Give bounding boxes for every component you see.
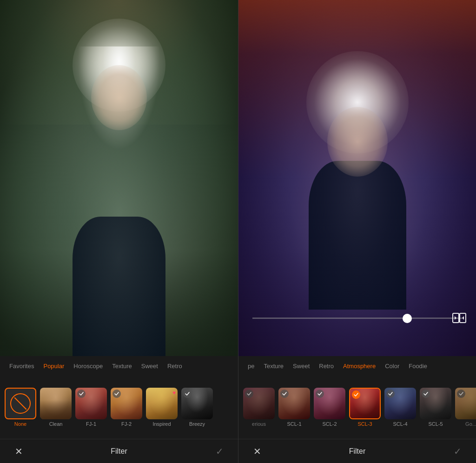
filter-fj2-label: FJ-2: [121, 421, 132, 427]
filter-scl5-label: SCL-5: [428, 421, 443, 427]
right-category-atmosphere[interactable]: Atmosphere: [338, 361, 380, 371]
right-panel: pe Texture Sweet Retro Atmosphere Color …: [238, 0, 476, 463]
filter-fj2-thumb: [111, 388, 142, 419]
right-filter-categories: pe Texture Sweet Retro Atmosphere Color …: [238, 356, 476, 375]
svg-marker-3: [455, 316, 456, 320]
right-filter-thumbnails: erious SCL-1: [238, 375, 476, 439]
left-cancel-button[interactable]: ✕: [11, 444, 26, 459]
body-right: [309, 161, 406, 310]
left-filter-thumbnails: None Clean: [0, 375, 238, 439]
right-action-bar: ✕ Filter ✓: [238, 439, 476, 463]
filter-inspired[interactable]: ♥ Inspired: [146, 388, 178, 427]
category-popular[interactable]: Popular: [39, 361, 69, 371]
right-cancel-button[interactable]: ✕: [250, 444, 264, 459]
filter-scl1-label: SCL-1: [287, 421, 301, 427]
category-retro[interactable]: Retro: [163, 361, 187, 371]
right-category-retro[interactable]: Retro: [314, 361, 338, 371]
filter-serious-check: [245, 390, 253, 398]
filter-breezy-thumb: [181, 388, 213, 419]
filter-scl3-check: [352, 390, 360, 399]
filter-scl2[interactable]: SCL-2: [314, 388, 345, 427]
right-filter-title: Filter: [349, 447, 366, 456]
svg-marker-4: [462, 316, 464, 320]
right-confirm-button[interactable]: ✓: [450, 444, 465, 459]
filter-scl4-check: [386, 390, 395, 398]
filter-fj1[interactable]: FJ-1: [75, 388, 107, 427]
filter-serious-thumb: [243, 388, 275, 419]
filter-breezy-check: [183, 390, 192, 398]
left-bottom-ui: Favorites Popular Horoscope Texture Swee…: [0, 356, 238, 463]
category-horoscope[interactable]: Horoscope: [69, 361, 107, 371]
filter-scl2-label: SCL-2: [322, 421, 337, 427]
right-category-foodie[interactable]: Foodie: [404, 361, 432, 371]
left-panel: Favorites Popular Horoscope Texture Swee…: [0, 0, 238, 463]
filter-scl3-label: SCL-3: [357, 421, 372, 427]
right-photo-area: [238, 0, 476, 356]
filter-fj1-label: FJ-1: [86, 421, 96, 427]
filter-gold-thumb: [455, 388, 476, 419]
left-photo-area: [0, 0, 238, 356]
filter-scl2-thumb: [314, 388, 345, 419]
filter-scl5-check: [422, 390, 430, 398]
filter-fj1-thumb: [75, 388, 107, 419]
filter-fj2-check: [112, 390, 121, 398]
right-category-texture[interactable]: Texture: [259, 361, 288, 371]
left-filter-title: Filter: [111, 447, 127, 456]
category-pe-partial[interactable]: pe: [243, 361, 259, 371]
filter-scl3-thumb: [349, 388, 381, 419]
left-action-bar: ✕ Filter ✓: [0, 439, 238, 463]
filter-scl1-thumb: [278, 388, 310, 419]
category-sweet[interactable]: Sweet: [137, 361, 163, 371]
filter-breezy-label: Breezy: [189, 421, 205, 427]
filter-scl5-thumb: [420, 388, 451, 419]
body-left: [73, 217, 165, 356]
filter-inspired-heart: ♥: [172, 390, 176, 396]
category-favorites[interactable]: Favorites: [5, 361, 39, 371]
filter-serious[interactable]: erious: [243, 388, 275, 427]
filter-fj1-check: [77, 390, 86, 398]
filter-clean-thumb: [40, 388, 72, 419]
comparison-slider-bar[interactable]: [252, 317, 462, 319]
filter-gold[interactable]: Go...: [455, 388, 476, 427]
left-confirm-button[interactable]: ✓: [212, 444, 227, 459]
filter-fj2[interactable]: FJ-2: [111, 388, 142, 427]
filter-scl5[interactable]: SCL-5: [420, 388, 451, 427]
filter-scl1[interactable]: SCL-1: [278, 388, 310, 427]
filter-inspired-thumb: ♥: [146, 388, 178, 419]
right-bottom-ui: pe Texture Sweet Retro Atmosphere Color …: [238, 356, 476, 463]
filter-clean[interactable]: Clean: [40, 388, 72, 427]
filter-gold-label: Go...: [465, 421, 476, 427]
filter-scl3[interactable]: SCL-3: [349, 388, 381, 427]
filter-scl4-thumb: [384, 388, 416, 419]
left-filter-categories: Favorites Popular Horoscope Texture Swee…: [0, 356, 238, 375]
face-right: [327, 107, 388, 177]
filter-scl2-check: [316, 390, 324, 398]
filter-scl4[interactable]: SCL-4: [384, 388, 416, 427]
right-category-color[interactable]: Color: [380, 361, 404, 371]
filter-none-label: None: [14, 421, 26, 427]
category-texture[interactable]: Texture: [107, 361, 137, 371]
filter-breezy[interactable]: Breezy: [181, 388, 213, 427]
filter-none-thumb: [5, 388, 36, 419]
none-slash-icon: [10, 393, 31, 414]
comparison-toggle-icon[interactable]: [452, 311, 467, 328]
face-left: [91, 65, 147, 130]
filter-scl4-label: SCL-4: [393, 421, 407, 427]
filter-gold-check: [457, 390, 465, 398]
right-category-sweet[interactable]: Sweet: [288, 361, 314, 371]
filter-none[interactable]: None: [5, 388, 36, 427]
filter-scl1-check: [280, 390, 289, 398]
filter-inspired-label: Inspired: [152, 421, 171, 427]
comparison-slider-handle[interactable]: [403, 314, 412, 323]
filter-serious-label: erious: [252, 421, 266, 427]
filter-clean-label: Clean: [49, 421, 63, 427]
